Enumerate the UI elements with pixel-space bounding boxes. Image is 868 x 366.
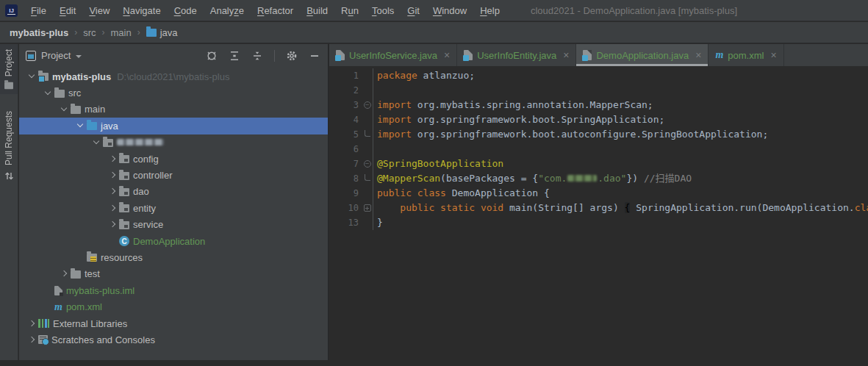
line-number: 1 (329, 68, 362, 83)
tree-item-external-libraries[interactable]: External Libraries (19, 315, 328, 331)
tree-item-test[interactable]: test (19, 266, 328, 282)
menu-tools[interactable]: Tools (365, 5, 401, 16)
tree-item-pom-xml[interactable]: mpom.xml (19, 298, 328, 315)
code-text: import org.springframework.boot.autoconf… (373, 127, 868, 142)
module-folder-icon (38, 73, 49, 81)
line-number: 6 (329, 142, 362, 157)
menu-view[interactable]: View (82, 5, 116, 16)
fold-start-icon[interactable] (362, 98, 373, 112)
tree-item-scratches-and-consoles[interactable]: Scratches and Consoles (19, 331, 328, 348)
java-class-icon (464, 50, 473, 60)
fold-plus-icon[interactable] (362, 201, 373, 215)
stripe-tab-label: Project (4, 49, 14, 76)
tree-item-mybatis-plus[interactable]: mybatis-plusD:\cloud2021\mybatis-plus (19, 68, 328, 85)
code-text: import org.mybatis.spring.annotation.Map… (373, 98, 868, 112)
chevron-closed-icon[interactable] (25, 333, 38, 346)
editor-tab-demoapplication-java[interactable]: DemoApplication.java× (576, 44, 709, 66)
breadcrumb-item-src[interactable]: src (83, 27, 96, 38)
editor-tab-label: UserInfoService.java (349, 50, 437, 61)
menu-navigate[interactable]: Navigate (116, 5, 167, 16)
breadcrumb-separator: › (102, 27, 105, 37)
package-folder-icon (119, 221, 129, 229)
menu-code[interactable]: Code (168, 5, 204, 16)
fold-start-icon[interactable] (362, 157, 373, 171)
chevron-open-icon[interactable] (90, 136, 103, 149)
expand-all-icon[interactable] (229, 50, 240, 62)
menu-edit[interactable]: Edit (53, 5, 82, 16)
close-tab-icon[interactable]: × (444, 50, 450, 60)
project-panel-title[interactable]: Project (41, 50, 71, 61)
tree-item-dao[interactable]: dao (19, 184, 328, 200)
menu-file[interactable]: File (24, 5, 53, 16)
locate-icon[interactable] (206, 50, 218, 62)
menu-build[interactable]: Build (300, 5, 334, 16)
tree-item-main[interactable]: main (19, 101, 328, 118)
iml-file-icon (54, 286, 62, 295)
chevron-closed-icon[interactable] (106, 201, 119, 215)
menu-bar: FileEditViewNavigateCodeAnalyzeRefactorB… (24, 5, 506, 16)
chevron-closed-icon[interactable] (106, 152, 119, 165)
chevron-closed-icon[interactable] (106, 169, 119, 182)
tree-item-service[interactable]: service (19, 217, 328, 233)
tree-item-mybatis-plus-iml[interactable]: mybatis-plus.iml (19, 282, 328, 298)
tree-item-demoapplication[interactable]: CDemoApplication (19, 233, 328, 249)
chevron-closed-icon[interactable] (106, 185, 119, 198)
menu-help[interactable]: Help (473, 5, 506, 16)
menu-refactor[interactable]: Refactor (251, 5, 300, 16)
tree-item-resources[interactable]: resources (19, 249, 328, 265)
breadcrumb-item-mybatis-plus[interactable]: mybatis-plus (10, 27, 68, 38)
stripe-tab-pull-requests[interactable]: Pull Requests (0, 106, 18, 186)
breadcrumb-item-main[interactable]: main (111, 27, 132, 38)
editor-tab-label: DemoApplication.java (596, 50, 689, 61)
tree-item-label: DemoApplication (133, 236, 205, 247)
menu-run[interactable]: Run (334, 5, 365, 16)
tree-item-src[interactable]: src (19, 85, 328, 101)
chevron-open-icon[interactable] (25, 70, 38, 83)
project-panel-toolbar (206, 50, 320, 62)
tree-item-java[interactable]: java (19, 118, 328, 134)
close-tab-icon[interactable]: × (770, 50, 776, 60)
breadcrumb-item-java[interactable]: java (146, 27, 178, 38)
code-text (373, 83, 868, 98)
chevron-open-icon[interactable] (57, 103, 71, 116)
tree-item-config[interactable]: config (19, 151, 328, 167)
settings-icon[interactable] (286, 50, 298, 62)
class-icon: C (119, 236, 129, 246)
editor-tab-userinfoentity-java[interactable]: UserInfoEntity.java× (457, 44, 576, 66)
collapse-all-icon[interactable] (251, 50, 263, 62)
code-text: public static void main(String[] args) {… (373, 201, 868, 215)
fold-end-icon[interactable] (362, 127, 373, 142)
tree-item-label: test (85, 268, 100, 279)
stripe-tab-project[interactable]: Project (0, 44, 18, 94)
chevron-closed-icon[interactable] (57, 268, 71, 281)
close-tab-icon[interactable]: × (695, 50, 701, 60)
chevron-open-icon[interactable] (41, 87, 54, 100)
tree-item-label: Scratches and Consoles (51, 334, 155, 345)
close-tab-icon[interactable]: × (563, 50, 569, 60)
code-line-7: 7@SpringBootApplication (329, 157, 868, 171)
hide-icon[interactable] (309, 50, 320, 62)
chevron-open-icon[interactable] (73, 119, 87, 132)
project-panel: Project mybatis-plusD:\cloud2021\mybatis… (19, 44, 329, 360)
code-line-8: 8@MapperScan(basePackages = {"com..dao"}… (329, 171, 868, 186)
code-line-4: 4import org.springframework.boot.SpringA… (329, 112, 868, 127)
editor-tab-pom-xml[interactable]: mpom.xml× (709, 44, 783, 66)
chevron-down-icon[interactable] (76, 55, 82, 58)
fold-end-icon[interactable] (362, 171, 373, 186)
breadcrumb-label: main (111, 27, 132, 38)
chevron-closed-icon[interactable] (25, 317, 38, 330)
java-class-icon (336, 50, 345, 60)
fold-gutter (362, 215, 373, 230)
tree-item-entity[interactable]: entity (19, 200, 328, 216)
code-editor[interactable]: 1package atlanzuo;23import org.mybatis.s… (329, 66, 868, 366)
editor-tab-userinfoservice-java[interactable]: UserInfoService.java× (329, 44, 457, 66)
tree-item-controller[interactable]: controller (19, 167, 328, 183)
menu-git[interactable]: Git (401, 5, 426, 16)
menu-window[interactable]: Window (426, 5, 473, 16)
tree-item-censored-package[interactable] (19, 134, 328, 151)
menu-analyze[interactable]: Analyze (204, 5, 251, 16)
chevron-closed-icon[interactable] (106, 218, 119, 232)
toolbar-divider (274, 50, 275, 62)
code-line-5: 5import org.springframework.boot.autocon… (329, 127, 868, 142)
code-line-9: 9public class DemoApplication { (329, 186, 868, 201)
